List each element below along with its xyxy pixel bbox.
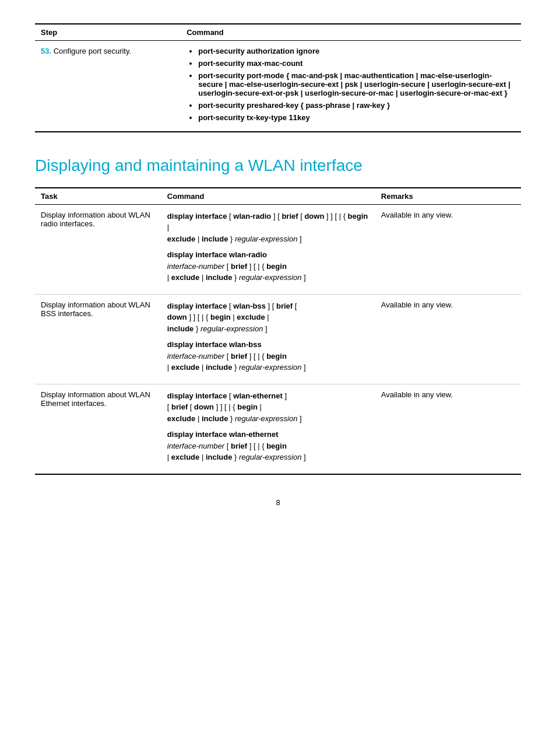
- cmd-text: wlan-ethernet: [233, 391, 283, 400]
- remarks-cell: Available in any view.: [375, 204, 521, 294]
- task-cell: Display information about WLAN BSS inter…: [35, 294, 161, 384]
- cmd-text: }: [196, 324, 200, 333]
- cmd-text: ] ] [ | {: [326, 212, 348, 220]
- cmd-text: |: [198, 414, 202, 423]
- command-col-header: Command: [161, 188, 375, 205]
- cmd-text: begin: [237, 402, 258, 411]
- cmd-text: include: [206, 363, 233, 372]
- step-cell: 53. Configure port security.: [35, 41, 181, 132]
- command-block: display interface wlan-radio interface-n…: [167, 249, 370, 284]
- cmd-text: |: [202, 273, 206, 282]
- cmd-text: wlan-radio: [233, 212, 271, 220]
- cmd-text: ]: [300, 414, 302, 423]
- cmd-text: |: [267, 313, 269, 321]
- cmd-text: begin: [210, 313, 231, 321]
- cmd-text: brief: [171, 402, 188, 411]
- cmd-text: display interface: [167, 212, 227, 220]
- command-block: display interface [ wlan-bss ] [ brief […: [167, 300, 370, 335]
- cmd-text: [: [295, 302, 297, 310]
- command-list: port-security authorization ignore port-…: [186, 47, 515, 122]
- command-cell: display interface [ wlan-radio ] [ brief…: [161, 204, 375, 294]
- cmd-text: |: [167, 223, 169, 232]
- cmd-text: regular-expression: [239, 363, 301, 372]
- cmd-text: regular-expression: [239, 273, 301, 282]
- cmd-text: regular-expression: [235, 414, 297, 423]
- cmd-text: down: [167, 313, 187, 321]
- cmd-text: [: [227, 442, 231, 450]
- cmd-text: }: [234, 453, 239, 461]
- cmd-text: |: [260, 402, 262, 411]
- remarks-cell: Available in any view.: [375, 294, 521, 384]
- cmd-text: include: [202, 414, 228, 423]
- cmd-text: include: [167, 324, 194, 333]
- cmd-text: ]: [304, 273, 306, 282]
- remarks-cell: Available in any view.: [375, 384, 521, 474]
- cmd-text: }: [234, 363, 239, 372]
- cmd-text: }: [230, 235, 235, 243]
- cmd-text: display interface wlan-bss: [167, 340, 262, 349]
- cmd-text: wlan-bss: [233, 302, 266, 310]
- cmd-text: exclude: [171, 273, 199, 282]
- cmd-text: display interface wlan-radio: [167, 250, 267, 259]
- cmd-text: regular-expression: [239, 453, 301, 461]
- list-item: port-security tx-key-type 11key: [198, 113, 515, 122]
- page-number: 8: [35, 498, 521, 507]
- cmd-text: brief: [231, 442, 247, 450]
- cmd-text: begin: [348, 212, 368, 220]
- remarks-col-header: Remarks: [375, 188, 521, 205]
- list-item: port-security max-mac-count: [198, 59, 515, 68]
- table-row: 53. Configure port security. port-securi…: [35, 41, 521, 132]
- cmd-text: begin: [266, 442, 287, 450]
- cmd-text: ]: [304, 453, 306, 461]
- cmd-text: display interface: [167, 302, 227, 310]
- cmd-text: down: [304, 212, 324, 220]
- cmd-text: |: [202, 363, 206, 372]
- cmd-text: regular-expression: [235, 235, 297, 243]
- cmd-text: begin: [266, 352, 287, 360]
- cmd-text: exclude: [167, 235, 195, 243]
- cmd-text: ] [ | {: [249, 352, 266, 360]
- cmd-text: begin: [266, 262, 287, 271]
- list-item: port-security preshared-key { pass-phras…: [198, 101, 515, 110]
- cmd-text: interface-number: [167, 262, 224, 271]
- cmd-text: ]: [265, 324, 268, 333]
- cmd-text: }: [230, 414, 235, 423]
- cmd-text: |: [202, 453, 206, 461]
- cmd-text: display interface: [167, 391, 227, 400]
- main-table: Task Command Remarks Display information…: [35, 187, 521, 475]
- task-col-header: Task: [35, 188, 161, 205]
- cmd-text: ] [ | {: [249, 262, 266, 271]
- command-cell: port-security authorization ignore port-…: [181, 41, 521, 132]
- cmd-text: interface-number: [167, 352, 224, 360]
- step-description: Configure port security.: [54, 47, 131, 55]
- cmd-text: ] [: [273, 212, 281, 220]
- command-col-header: Command: [181, 24, 521, 41]
- step-col-header: Step: [35, 24, 181, 41]
- cmd-text: [: [227, 352, 231, 360]
- cmd-text: regular-expression: [200, 324, 263, 333]
- cmd-text: exclude: [237, 313, 265, 321]
- cmd-text: include: [206, 273, 233, 282]
- cmd-text: brief: [231, 352, 247, 360]
- command-block: display interface [ wlan-ethernet ][ bri…: [167, 390, 370, 425]
- step-number: 53.: [41, 47, 51, 55]
- cmd-text: exclude: [171, 453, 199, 461]
- cmd-text: [: [227, 262, 231, 271]
- cmd-text: |: [167, 363, 171, 372]
- cmd-text: exclude: [171, 363, 199, 372]
- cmd-text: ]: [300, 235, 302, 243]
- table-row: Display information about WLAN BSS inter…: [35, 294, 521, 384]
- cmd-text: ] ] [ | {: [216, 402, 238, 411]
- task-cell: Display information about WLAN radio int…: [35, 204, 161, 294]
- cmd-text: down: [194, 402, 214, 411]
- command-cell: display interface [ wlan-bss ] [ brief […: [161, 294, 375, 384]
- command-block: display interface [ wlan-radio ] [ brief…: [167, 211, 370, 245]
- table-row: Display information about WLAN Ethernet …: [35, 384, 521, 474]
- cmd-text: ] [ | {: [249, 442, 266, 450]
- task-cell: Display information about WLAN Ethernet …: [35, 384, 161, 474]
- cmd-text: brief: [276, 302, 293, 310]
- section-heading: Displaying and maintaining a WLAN interf…: [35, 156, 521, 176]
- cmd-text: display interface wlan-ethernet: [167, 430, 279, 439]
- cmd-text: ]: [304, 363, 306, 372]
- command-cell: display interface [ wlan-ethernet ][ bri…: [161, 384, 375, 474]
